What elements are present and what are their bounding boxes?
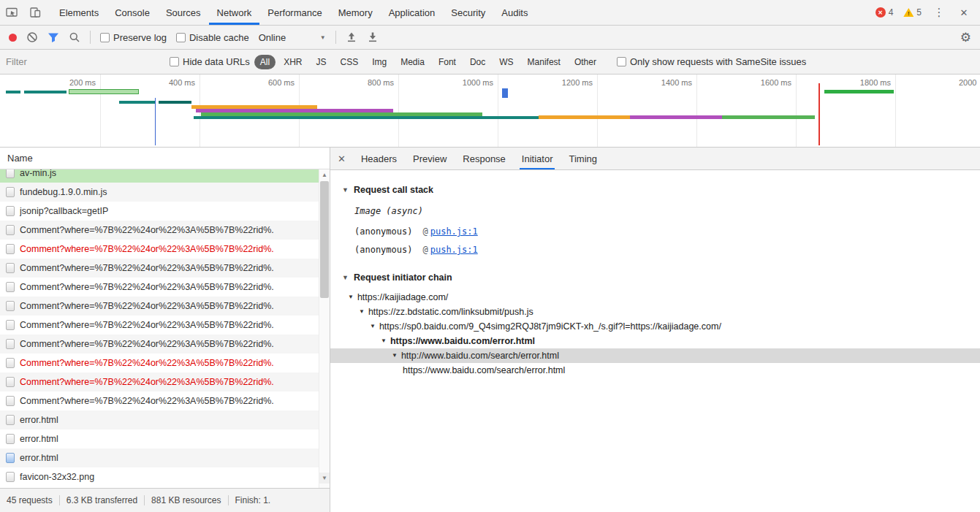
network-overview[interactable]: 200 ms400 ms600 ms800 ms1000 ms1200 ms14… [0,74,980,148]
type-filter-ws[interactable]: WS [493,55,519,69]
tab-application[interactable]: Application [381,0,444,25]
disable-cache-checkbox[interactable]: Disable cache [176,32,249,43]
type-filter-all[interactable]: All [254,55,276,69]
request-name: Comment?where=%7B%22%24or%22%3A%5B%7B%22… [20,244,274,254]
type-filter-media[interactable]: Media [395,55,430,69]
close-devtools-icon[interactable]: ✕ [952,7,976,18]
type-filter-js[interactable]: JS [310,55,332,69]
more-menu-icon[interactable]: ⋮ [927,6,951,19]
request-row[interactable]: Comment?where=%7B%22%24or%22%3A%5B%7B%22… [0,372,330,391]
tab-memory[interactable]: Memory [330,0,381,25]
export-har-icon[interactable] [346,31,357,43]
detail-tab-preview[interactable]: Preview [405,148,455,169]
request-name: favicon-32x32.png [20,472,94,482]
initiator-chain-item[interactable]: ▼https://zz.bdstatic.com/linksubmit/push… [330,305,980,319]
error-badge[interactable]: ✕ 4 [871,7,898,18]
name-column-header[interactable]: Name [0,148,330,169]
import-har-icon[interactable] [367,31,379,43]
waterfall-bar [69,89,139,94]
preserve-log-checkbox[interactable]: Preserve log [100,32,167,43]
type-filter-manifest[interactable]: Manifest [522,55,566,69]
request-row[interactable]: Comment?where=%7B%22%24or%22%3A%5B%7B%22… [0,391,330,410]
chevron-down-icon: ▼ [342,274,349,281]
request-list-scrollbar[interactable]: ▲ ▼ [319,169,330,488]
request-row[interactable]: jsonip?callback=getIP [0,202,330,221]
type-filter-other[interactable]: Other [569,55,602,69]
tab-security[interactable]: Security [443,0,493,25]
request-row[interactable]: Comment?where=%7B%22%24or%22%3A%5B%7B%22… [0,316,330,335]
type-filter-img[interactable]: Img [366,55,392,69]
frame-location-link[interactable]: push.js:1 [430,226,478,237]
request-row[interactable]: fundebug.1.9.0.min.js [0,183,330,202]
initiator-chain-item[interactable]: ▼http://www.baidu.com/search/error.html [330,348,980,363]
filter-input[interactable] [6,56,161,67]
error-count: 4 [889,7,894,18]
tab-sources[interactable]: Sources [158,0,209,25]
request-list-viewport: av-min.jsfundebug.1.9.0.min.jsjsonip?cal… [0,169,330,488]
detail-tab-timing[interactable]: Timing [561,148,605,169]
overview-gridline [796,74,797,147]
close-details-icon[interactable]: ✕ [330,153,353,164]
request-row[interactable]: Comment?where=%7B%22%24or%22%3A%5B%7B%22… [0,297,330,316]
detail-tab-response[interactable]: Response [455,148,514,169]
gear-icon[interactable]: ⚙ [960,30,971,45]
inspect-element-icon[interactable] [0,0,23,25]
load-event-marker [818,83,820,145]
main-tabbar: ElementsConsoleSourcesNetworkPerformance… [0,0,980,26]
request-row[interactable]: error.html [0,448,330,467]
tab-elements[interactable]: Elements [51,0,107,25]
initiator-chain-item[interactable]: ▼https://www.baidu.com/error.html [330,334,980,348]
waterfall-bar [6,91,20,93]
tab-network[interactable]: Network [209,0,260,25]
scroll-down-button[interactable]: ▼ [319,473,330,484]
type-filter-doc[interactable]: Doc [464,55,491,69]
scroll-up-button[interactable]: ▲ [319,169,330,180]
request-row[interactable]: Comment?where=%7B%22%24or%22%3A%5B%7B%22… [0,335,330,354]
frame-at: @ [422,245,428,255]
request-row[interactable]: Comment?where=%7B%22%24or%22%3A%5B%7B%22… [0,259,330,278]
hide-data-urls-checkbox[interactable]: Hide data URLs [170,56,250,67]
device-toolbar-icon[interactable] [23,0,47,25]
initiator-chain-item[interactable]: https://www.baidu.com/search/error.html [330,363,980,378]
scrollbar-thumb[interactable] [320,181,329,298]
request-row[interactable]: av-min.js [0,169,330,183]
samesite-checkbox[interactable]: Only show requests with SameSite issues [617,56,806,67]
network-split-view: Name av-min.jsfundebug.1.9.0.min.jsjsoni… [0,148,980,512]
record-button[interactable] [9,34,17,42]
file-icon [6,320,15,330]
throttling-select[interactable]: Online ▼ [259,32,326,43]
frame-location-link[interactable]: push.js:1 [430,245,478,255]
detail-tab-headers[interactable]: Headers [353,148,405,169]
request-row[interactable]: error.html [0,429,330,448]
clear-icon[interactable] [26,31,38,43]
file-icon [6,472,15,482]
initiator-chain-item[interactable]: ▼https://sp0.baidu.com/9_Q4simg2RQJ8t7jm… [330,319,980,334]
overview-tick-label: 1600 ms [749,78,791,87]
tab-audits[interactable]: Audits [493,0,536,25]
call-stack-title[interactable]: ▼ Request call stack [330,185,980,195]
funnel-glyph [48,32,59,43]
error-icon: ✕ [875,7,886,18]
detail-tab-initiator[interactable]: Initiator [514,148,561,169]
tab-performance[interactable]: Performance [259,0,330,25]
search-icon[interactable] [69,31,80,43]
request-row[interactable]: error.html [0,410,330,429]
initiator-chain-item[interactable]: ▼https://kaijiadage.com/ [330,290,980,305]
warning-icon [903,8,913,17]
warning-badge[interactable]: 5 [899,7,926,18]
request-row[interactable]: Comment?where=%7B%22%24or%22%3A%5B%7B%22… [0,354,330,372]
overview-gridline [398,74,399,147]
checkbox-icon [617,57,626,66]
request-row[interactable]: favicon-32x32.png [0,467,330,486]
type-filter-css[interactable]: CSS [334,55,364,69]
initiator-chain-title[interactable]: ▼ Request initiator chain [330,272,980,283]
request-row[interactable]: Comment?where=%7B%22%24or%22%3A%5B%7B%22… [0,221,330,240]
tab-console[interactable]: Console [107,0,158,25]
request-details-pane: ✕ HeadersPreviewResponseInitiatorTiming … [330,148,980,512]
type-filter-font[interactable]: Font [433,55,462,69]
request-row[interactable]: Comment?where=%7B%22%24or%22%3A%5B%7B%22… [0,240,330,259]
filter-funnel-icon[interactable] [48,32,59,43]
type-filter-xhr[interactable]: XHR [278,55,308,69]
request-row[interactable]: Comment?where=%7B%22%24or%22%3A%5B%7B%22… [0,278,330,297]
initiator-url: https://kaijiadage.com/ [357,290,448,305]
